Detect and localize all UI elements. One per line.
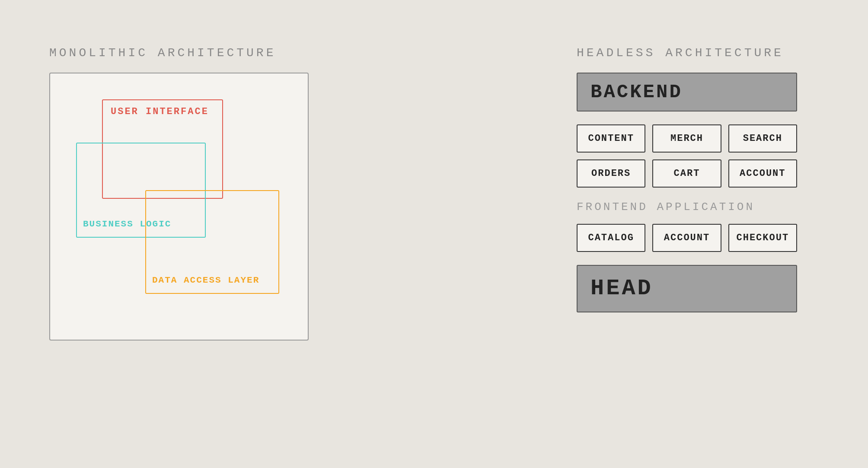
app-account: ACCOUNT — [652, 224, 721, 252]
ui-label: USER INTERFACE — [111, 106, 209, 117]
service-content: CONTENT — [577, 124, 645, 153]
app-checkout: CHECKOUT — [728, 224, 797, 252]
service-account-label: ACCOUNT — [740, 168, 785, 179]
backend-block: BACKEND — [577, 73, 797, 111]
app-account-label: ACCOUNT — [664, 232, 710, 243]
service-cart-label: CART — [674, 168, 700, 179]
services-grid: CONTENT MERCH SEARCH ORDERS CART ACCOUNT — [577, 124, 797, 188]
service-search-label: SEARCH — [743, 133, 782, 144]
monolithic-title: MONOLITHIC ARCHITECTURE — [49, 46, 343, 60]
app-catalog: CATALOG — [577, 224, 645, 252]
monolithic-section: MONOLITHIC ARCHITECTURE USER INTERFACE B… — [49, 46, 343, 341]
service-merch: MERCH — [652, 124, 721, 153]
headless-section: HEADLESS ARCHITECTURE BACKEND CONTENT ME… — [577, 46, 819, 312]
service-cart: CART — [652, 159, 721, 188]
service-account: ACCOUNT — [728, 159, 797, 188]
backend-label: BACKEND — [590, 81, 683, 103]
service-orders-label: ORDERS — [591, 168, 631, 179]
service-content-label: CONTENT — [588, 133, 634, 144]
head-block: HEAD — [577, 265, 797, 312]
monolithic-box: USER INTERFACE BUSINESS LOGIC DATA ACCES… — [49, 73, 309, 341]
page-container: MONOLITHIC ARCHITECTURE USER INTERFACE B… — [23, 29, 845, 439]
frontend-title: FRONTEND APPLICATION — [577, 201, 819, 213]
head-label: HEAD — [590, 276, 653, 301]
headless-title: HEADLESS ARCHITECTURE — [577, 46, 819, 60]
service-merch-label: MERCH — [670, 133, 703, 144]
app-checkout-label: CHECKOUT — [737, 232, 789, 243]
frontend-grid: CATALOG ACCOUNT CHECKOUT — [577, 224, 797, 252]
data-label: DATA ACCESS LAYER — [152, 275, 259, 285]
app-catalog-label: CATALOG — [588, 232, 634, 243]
service-orders: ORDERS — [577, 159, 645, 188]
data-rect: DATA ACCESS LAYER — [145, 190, 279, 294]
service-search: SEARCH — [728, 124, 797, 153]
